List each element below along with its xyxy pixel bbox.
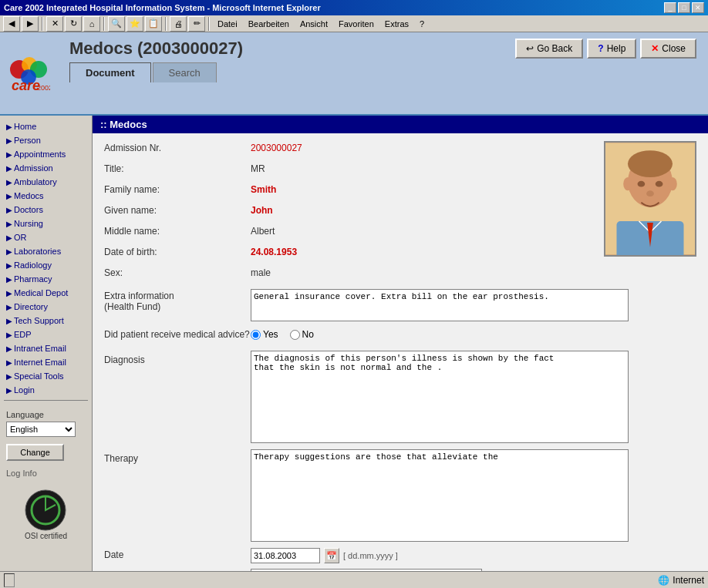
therapy-row: Therapy — [104, 449, 696, 542]
section-header: :: Medocs — [93, 116, 708, 133]
sidebar-item-ambulatory[interactable]: ▶ Ambulatory — [0, 175, 92, 189]
arrow-icon: ▶ — [6, 261, 12, 270]
care-logo-svg: care 2002 — [8, 54, 50, 92]
sidebar-item-person[interactable]: ▶ Person — [0, 133, 92, 147]
medical-advice-yes-option[interactable]: Yes — [251, 329, 278, 340]
maximize-button[interactable]: □ — [678, 2, 690, 13]
date-input[interactable] — [251, 548, 320, 563]
arrow-icon: ▶ — [6, 386, 12, 395]
help-button[interactable]: ? Help — [587, 39, 636, 59]
arrow-icon: ▶ — [6, 136, 12, 145]
go-back-label: Go Back — [537, 43, 572, 54]
date-row: Date 📅 [ dd.mm.yyyy ] — [104, 548, 696, 565]
search-btn[interactable]: 🔍 — [108, 16, 125, 32]
print-btn[interactable]: 🖨 — [170, 16, 187, 32]
medical-advice-label: Did patient receive medical advice? — [104, 328, 251, 340]
change-button[interactable]: Change — [6, 444, 64, 461]
therapy-textarea[interactable] — [251, 449, 629, 542]
diagnosis-textarea[interactable] — [251, 351, 629, 443]
close-button[interactable]: ✕ Close — [640, 39, 696, 59]
diagnosis-label: Diagnosis — [104, 351, 251, 365]
menu-bearbeiten[interactable]: Bearbeiten — [244, 18, 294, 30]
calendar-icon[interactable]: 📅 — [324, 548, 339, 563]
close-label: Close — [662, 43, 686, 54]
home-btn[interactable]: ⌂ — [83, 16, 100, 32]
arrow-icon: ▶ — [6, 275, 12, 284]
refresh-btn[interactable]: ↻ — [65, 16, 82, 32]
therapy-wrapper — [251, 449, 629, 542]
osi-label: OSI certified — [25, 532, 67, 540]
sidebar-item-appointments[interactable]: ▶ Appointments — [0, 147, 92, 161]
tab-search[interactable]: Search — [153, 62, 217, 82]
extra-info-textarea[interactable] — [251, 289, 629, 321]
medical-advice-no-radio[interactable] — [290, 330, 300, 340]
arrow-icon: ▶ — [6, 289, 12, 297]
back-btn[interactable]: ◀ — [3, 16, 20, 32]
sidebar-item-medical-depot[interactable]: ▶ Medical Depot — [0, 286, 92, 300]
sex-value: male — [251, 266, 271, 278]
medical-advice-yes-radio[interactable] — [251, 330, 261, 340]
arrow-icon: ▶ — [6, 150, 12, 159]
menu-favoriten[interactable]: Favoriten — [334, 18, 379, 30]
forward-btn[interactable]: ▶ — [22, 16, 39, 32]
menu-datei[interactable]: Datei — [213, 18, 242, 30]
sidebar-item-radiology[interactable]: ▶ Radiology — [0, 258, 92, 272]
log-info: Log Info — [0, 465, 92, 482]
sex-row: Sex: male — [104, 266, 696, 283]
language-select[interactable]: English Deutsch Français — [6, 422, 76, 437]
sidebar-item-pharmacy[interactable]: ▶ Pharmacy — [0, 272, 92, 286]
sidebar-item-laboratories[interactable]: ▶ Laboratories — [0, 244, 92, 258]
edit-btn[interactable]: ✏ — [188, 16, 205, 32]
photo-svg — [605, 141, 695, 257]
menu-help[interactable]: ? — [415, 18, 429, 30]
sidebar-item-edp[interactable]: ▶ EDP — [0, 328, 92, 341]
arrow-icon: ▶ — [6, 164, 12, 173]
date-label: Date — [104, 548, 251, 560]
arrow-icon: ▶ — [6, 206, 12, 214]
sidebar-item-internet-email[interactable]: ▶ Internet Email — [0, 355, 92, 369]
minimize-button[interactable]: _ — [664, 2, 676, 13]
menu-bar: ◀ ▶ ✕ ↻ ⌂ 🔍 ⭐ 📋 🖨 ✏ Datei Bearbeiten Ans… — [0, 15, 708, 32]
sidebar-item-directory[interactable]: ▶ Directory — [0, 300, 92, 314]
family-name-label: Family name: — [104, 183, 251, 195]
admission-nr-label: Admission Nr. — [104, 141, 251, 153]
arrow-icon: ▶ — [6, 317, 12, 325]
history-btn[interactable]: 📋 — [145, 16, 162, 32]
admission-nr-value[interactable]: 2003000027 — [251, 141, 302, 153]
extra-info-label: Extra information(Health Fund) — [104, 289, 251, 312]
svg-point-11 — [623, 177, 632, 190]
header-tabs: Document Search — [58, 62, 708, 82]
medical-advice-no-option[interactable]: No — [290, 329, 314, 340]
sidebar-item-login[interactable]: ▶ Login — [0, 383, 92, 397]
tab-document[interactable]: Document — [69, 62, 151, 82]
header-buttons: ↩ Go Back ? Help ✕ Close — [515, 39, 696, 59]
sidebar-item-doctors[interactable]: ▶ Doctors — [0, 203, 92, 217]
svg-text:care: care — [12, 78, 40, 92]
arrow-icon: ▶ — [6, 358, 12, 367]
sidebar-item-nursing[interactable]: ▶ Nursing — [0, 217, 92, 230]
sidebar-item-home[interactable]: ▶ Home — [0, 119, 92, 133]
menu-extras[interactable]: Extras — [380, 18, 413, 30]
sidebar-item-intranet-email[interactable]: ▶ Intranet Email — [0, 341, 92, 355]
sidebar-item-admission[interactable]: ▶ Admission — [0, 161, 92, 175]
svg-text:2002: 2002 — [37, 84, 50, 92]
sidebar-item-special-tools[interactable]: ▶ Special Tools — [0, 369, 92, 383]
favorites-btn[interactable]: ⭐ — [126, 16, 143, 32]
status-left — [4, 573, 15, 587]
stop-btn[interactable]: ✕ — [46, 16, 63, 32]
dob-value: 24.08.1953 — [251, 245, 297, 257]
medical-advice-row: Did patient receive medical advice? Yes … — [104, 328, 696, 344]
language-label: Language — [6, 410, 86, 419]
sex-label: Sex: — [104, 266, 251, 278]
middle-name-value: Albert — [251, 224, 275, 237]
page-title: Medocs (2003000027) — [69, 39, 243, 59]
sidebar-item-or[interactable]: ▶ OR — [0, 230, 92, 244]
sidebar-item-medocs[interactable]: ▶ Medocs — [0, 189, 92, 203]
arrow-icon: ▶ — [6, 220, 12, 228]
menu-ansicht[interactable]: Ansicht — [295, 18, 332, 30]
go-back-button[interactable]: ↩ Go Back — [515, 39, 583, 59]
window-close-button[interactable]: ✕ — [692, 2, 704, 13]
window-controls: _ □ ✕ — [664, 2, 704, 13]
sidebar-item-tech-support[interactable]: ▶ Tech Support — [0, 314, 92, 328]
header-main: Medocs (2003000027) ↩ Go Back ? Help ✕ C… — [58, 32, 708, 114]
